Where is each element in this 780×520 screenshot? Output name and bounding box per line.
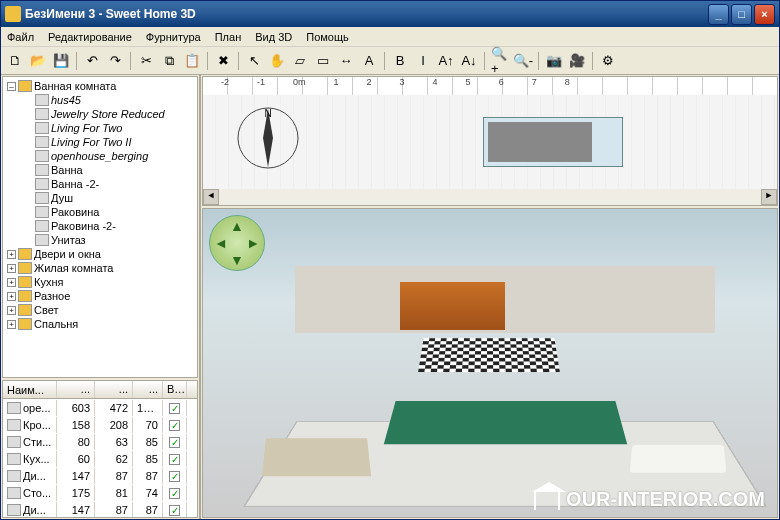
view-3d[interactable]: ▲ ▼ ► ◄ OUR-INTERIOR.COM xyxy=(202,208,778,518)
table-body[interactable]: оре...60347210...✓Кро...15820870✓Сти...8… xyxy=(3,399,197,517)
tree-item[interactable]: Living For Two II xyxy=(5,135,195,149)
visible-checkbox[interactable]: ✓ xyxy=(169,403,180,414)
tree-toggle-icon[interactable]: – xyxy=(7,82,16,91)
maximize-button[interactable]: □ xyxy=(731,4,752,25)
tree-item[interactable]: Living For Two xyxy=(5,121,195,135)
menu-3dview[interactable]: Вид 3D xyxy=(255,31,292,43)
tree-toggle-icon[interactable]: + xyxy=(7,278,16,287)
menu-furniture[interactable]: Фурнитура xyxy=(146,31,201,43)
dimension-button[interactable]: ↔ xyxy=(336,51,356,71)
scroll-right-icon[interactable]: ► xyxy=(761,189,777,205)
visible-checkbox[interactable]: ✓ xyxy=(169,471,180,482)
tree-toggle-icon[interactable]: + xyxy=(7,306,16,315)
close-button[interactable]: × xyxy=(754,4,775,25)
increase-font-button[interactable]: A↑ xyxy=(436,51,456,71)
plan-scrollbar[interactable]: ◄ ► xyxy=(203,189,777,205)
video-button[interactable]: 🎥 xyxy=(567,51,587,71)
tree-toggle-icon[interactable]: + xyxy=(7,250,16,259)
visible-checkbox[interactable]: ✓ xyxy=(169,437,180,448)
nav-right-icon[interactable]: ► xyxy=(246,235,260,251)
photo-button[interactable]: 📷 xyxy=(544,51,564,71)
table-row[interactable]: оре...60347210...✓ xyxy=(3,399,197,416)
table-row[interactable]: Ди...1478787✓ xyxy=(3,501,197,517)
catalog-tree[interactable]: –Ванная комнатаhus45Jewelry Store Reduce… xyxy=(2,76,198,378)
menu-help[interactable]: Помощь xyxy=(306,31,349,43)
plan-canvas[interactable]: N xyxy=(203,95,777,189)
tree-toggle-icon[interactable]: + xyxy=(7,292,16,301)
col-visible[interactable]: В... xyxy=(163,381,187,398)
scroll-track[interactable] xyxy=(219,189,761,205)
tree-item[interactable]: +Разное xyxy=(5,289,195,303)
italic-button[interactable]: I xyxy=(413,51,433,71)
nav-up-icon[interactable]: ▲ xyxy=(230,218,244,234)
tree-item[interactable]: Ванна -2- xyxy=(5,177,195,191)
table-header[interactable]: Наим... ... ... ... В... xyxy=(3,381,197,399)
paste-button[interactable]: 📋 xyxy=(182,51,202,71)
scene-wall xyxy=(295,266,714,333)
tree-item[interactable]: Раковина xyxy=(5,205,195,219)
tree-item[interactable]: Jewelry Store Reduced xyxy=(5,107,195,121)
tree-toggle-icon[interactable]: + xyxy=(7,320,16,329)
minimize-button[interactable]: _ xyxy=(708,4,729,25)
menu-file[interactable]: Файл xyxy=(7,31,34,43)
tree-label: Свет xyxy=(34,304,58,316)
cell-w: 158 xyxy=(57,417,95,433)
text-button[interactable]: A xyxy=(359,51,379,71)
nav-left-icon[interactable]: ◄ xyxy=(214,235,228,251)
tree-item[interactable]: +Двери и окна xyxy=(5,247,195,261)
tree-item[interactable]: +Жилая комната xyxy=(5,261,195,275)
visible-checkbox[interactable]: ✓ xyxy=(169,505,180,516)
undo-button[interactable]: ↶ xyxy=(82,51,102,71)
table-row[interactable]: Сто...1758174✓ xyxy=(3,484,197,501)
scroll-left-icon[interactable]: ◄ xyxy=(203,189,219,205)
table-row[interactable]: Ди...1478787✓ xyxy=(3,467,197,484)
tree-item[interactable]: +Спальня xyxy=(5,317,195,331)
table-row[interactable]: Кух...606285✓ xyxy=(3,450,197,467)
delete-button[interactable]: ✖ xyxy=(213,51,233,71)
table-row[interactable]: Сти...806385✓ xyxy=(3,433,197,450)
tree-item[interactable]: +Свет xyxy=(5,303,195,317)
room-button[interactable]: ▭ xyxy=(313,51,333,71)
wall-button[interactable]: ▱ xyxy=(290,51,310,71)
tree-item[interactable]: Душ xyxy=(5,191,195,205)
ruler-mark: 4 xyxy=(433,77,438,87)
col-d[interactable]: ... xyxy=(95,381,133,398)
pan-button[interactable]: ✋ xyxy=(267,51,287,71)
prefs-button[interactable]: ⚙ xyxy=(598,51,618,71)
col-w[interactable]: ... xyxy=(57,381,95,398)
cell-d: 87 xyxy=(95,468,133,484)
redo-button[interactable]: ↷ xyxy=(105,51,125,71)
table-row[interactable]: Кро...15820870✓ xyxy=(3,416,197,433)
tree-item[interactable]: Ванна xyxy=(5,163,195,177)
cut-button[interactable]: ✂ xyxy=(136,51,156,71)
bold-button[interactable]: B xyxy=(390,51,410,71)
decrease-font-button[interactable]: A↓ xyxy=(459,51,479,71)
tree-item[interactable]: openhouse_berging xyxy=(5,149,195,163)
visible-checkbox[interactable]: ✓ xyxy=(169,420,180,431)
col-name[interactable]: Наим... xyxy=(3,381,57,398)
nav-pad[interactable]: ▲ ▼ ► ◄ xyxy=(209,215,265,271)
menu-edit[interactable]: Редактирование xyxy=(48,31,132,43)
watermark-text: OUR-INTERIOR.COM xyxy=(566,488,765,511)
tree-item[interactable]: Раковина -2- xyxy=(5,219,195,233)
visible-checkbox[interactable]: ✓ xyxy=(169,488,180,499)
tree-item[interactable]: hus45 xyxy=(5,93,195,107)
new-button[interactable]: 🗋 xyxy=(5,51,25,71)
tree-item[interactable]: –Ванная комната xyxy=(5,79,195,93)
nav-down-icon[interactable]: ▼ xyxy=(230,252,244,268)
tree-item[interactable]: +Кухня xyxy=(5,275,195,289)
tree-item[interactable]: Унитаз xyxy=(5,233,195,247)
plan-view[interactable]: -2-10m12345678 N ◄ ► xyxy=(202,76,778,206)
titlebar[interactable]: БезИмени 3 - Sweet Home 3D _ □ × xyxy=(1,1,779,27)
save-button[interactable]: 💾 xyxy=(51,51,71,71)
zoom-in-button[interactable]: 🔍+ xyxy=(490,51,510,71)
open-button[interactable]: 📂 xyxy=(28,51,48,71)
plan-floorplan-preview[interactable] xyxy=(483,117,623,167)
visible-checkbox[interactable]: ✓ xyxy=(169,454,180,465)
zoom-out-button[interactable]: 🔍- xyxy=(513,51,533,71)
menu-plan[interactable]: План xyxy=(215,31,242,43)
col-h[interactable]: ... xyxy=(133,381,163,398)
tree-toggle-icon[interactable]: + xyxy=(7,264,16,273)
select-button[interactable]: ↖ xyxy=(244,51,264,71)
copy-button[interactable]: ⧉ xyxy=(159,51,179,71)
